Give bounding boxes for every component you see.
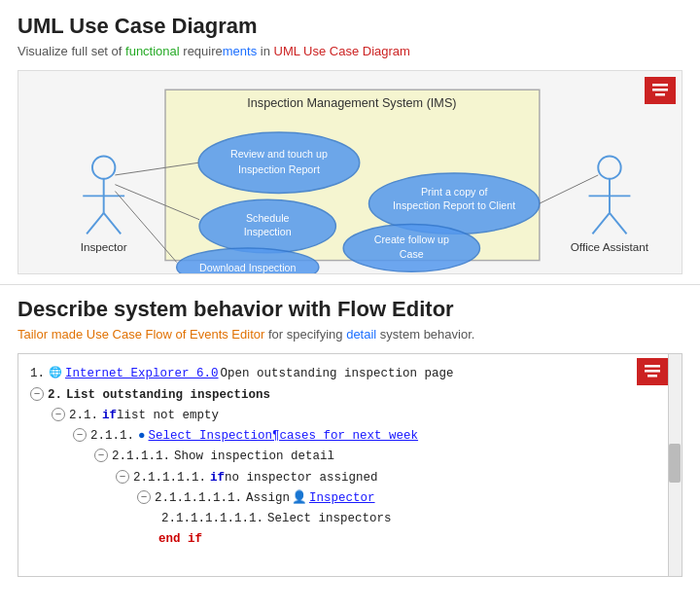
svg-rect-37 — [648, 375, 657, 378]
keyword-if-2: if — [210, 468, 225, 488]
keyword-if-1: if — [102, 406, 117, 426]
ie-icon: 🌐 — [49, 364, 62, 382]
flow-line-2-1-1-1-1: − 2.1.1.1.1. if no inspector assigned — [116, 468, 674, 488]
collapse-btn-2-1-1-1-1[interactable]: − — [116, 470, 129, 484]
svg-point-11 — [598, 157, 620, 179]
select-inspection-link[interactable]: Select Inspection¶cases for next week — [149, 426, 419, 447]
scrollbar-track[interactable] — [668, 354, 682, 576]
flow-num-2-1-1-1-1-1: 2.1.1.1.1.1. — [155, 488, 242, 509]
collapse-btn-2-1-1[interactable]: − — [73, 428, 87, 442]
uml-section: UML Use Case Diagram Visualize full set … — [0, 0, 700, 284]
svg-text:Inspection Report: Inspection Report — [238, 163, 320, 175]
svg-line-9 — [104, 213, 122, 234]
svg-line-8 — [87, 213, 104, 234]
toolbar-button[interactable] — [645, 77, 676, 104]
flow-editor-container: 1. 🌐 Internet Explorer 6.0 Open outstand… — [18, 353, 682, 577]
keyword-end-if: end if — [158, 529, 202, 550]
flow-toolbar-button[interactable] — [637, 358, 668, 385]
flow-text-1: Open outstanding inspection page — [221, 364, 454, 384]
flow-num-2: 2. — [48, 385, 62, 406]
flow-subtitle: Tailor made Use Case Flow of Events Edit… — [18, 326, 682, 343]
svg-rect-36 — [645, 370, 660, 373]
flow-num-1: 1. — [30, 364, 45, 384]
uml-title: UML Use Case Diagram — [18, 14, 682, 39]
bullet-icon: ● — [138, 426, 146, 447]
svg-line-14 — [592, 213, 610, 234]
subtitle-ments: ments — [223, 44, 257, 58]
flow-line-end-if: end if — [158, 529, 674, 550]
svg-text:Create follow up: Create follow up — [374, 234, 449, 245]
uml-subtitle: Visualize full set of functional require… — [18, 43, 682, 60]
svg-text:Schedule: Schedule — [246, 212, 290, 224]
svg-text:Print a copy of: Print a copy of — [421, 187, 487, 198]
svg-text:Inspector: Inspector — [81, 240, 127, 253]
ie-link[interactable]: Internet Explorer 6.0 — [65, 364, 219, 384]
collapse-btn-2-1-1-1[interactable]: − — [94, 449, 108, 462]
person-icon: 👤 — [292, 488, 307, 509]
toolbar-icon — [650, 81, 670, 100]
collapse-btn-2-1-1-1-1-1[interactable]: − — [137, 490, 151, 504]
flow-section: Describe system behavior with Flow Edito… — [0, 285, 700, 587]
inspector-link[interactable]: Inspector — [309, 488, 375, 509]
flow-toolbar-icon — [643, 362, 662, 381]
flow-content: 1. 🌐 Internet Explorer 6.0 Open outstand… — [18, 354, 682, 559]
flow-num-2-1-1-1: 2.1.1.1. — [112, 447, 170, 467]
flow-line-2-1-1-1-1-1: − 2.1.1.1.1.1. Assign 👤 Inspector — [137, 488, 674, 509]
assign-text: Assign — [246, 488, 290, 509]
flow-line-2-1-1: − 2.1.1. ● Select Inspection¶cases for n… — [73, 426, 674, 447]
svg-line-34 — [540, 175, 598, 203]
svg-rect-1 — [652, 89, 668, 91]
flow-text-2-1: list not empty — [117, 406, 219, 426]
svg-text:Download Inspection: Download Inspection — [199, 262, 296, 273]
flow-line-2-1: − 2.1. if list not empty — [52, 406, 674, 426]
svg-text:Review and touch up: Review and touch up — [230, 149, 328, 161]
subtitle-uml: UML Use Case Diagram — [274, 44, 410, 58]
subtitle-functional: functional — [125, 44, 180, 58]
svg-text:Inspection Report to Client: Inspection Report to Client — [393, 199, 515, 211]
uml-diagram-container: Inspection Management System (IMS) Inspe… — [18, 70, 682, 274]
collapse-btn-2-1[interactable]: − — [52, 408, 65, 421]
svg-text:Inspection: Inspection — [244, 226, 292, 237]
flow-num-2-1-1-1-1-1-1: 2.1.1.1.1.1.1. — [161, 509, 263, 529]
subtitle-tailor: Tailor made Use Case Flow of Events Edit… — [18, 327, 264, 342]
svg-text:Inspection Management System (: Inspection Management System (IMS) — [247, 96, 456, 110]
flow-line-2: − 2. List outstanding inspections — [30, 385, 674, 406]
svg-rect-2 — [655, 93, 665, 96]
flow-line-1: 1. 🌐 Internet Explorer 6.0 Open outstand… — [30, 364, 674, 384]
svg-rect-35 — [645, 365, 660, 368]
svg-point-5 — [92, 157, 115, 179]
svg-line-15 — [610, 213, 627, 234]
flow-num-2-1: 2.1. — [69, 406, 98, 426]
flow-text-2: List outstanding inspections — [66, 385, 270, 406]
flow-num-2-1-1: 2.1.1. — [90, 426, 134, 447]
flow-text-2-1-1-1: Show inspection detail — [174, 447, 334, 467]
uml-svg: Inspection Management System (IMS) Inspe… — [18, 71, 682, 273]
svg-rect-0 — [652, 84, 668, 87]
svg-text:Office Assistant: Office Assistant — [571, 240, 649, 253]
flow-line-2-1-1-1: − 2.1.1.1. Show inspection detail — [94, 447, 674, 467]
subtitle-detail: detail — [346, 327, 376, 342]
flow-num-2-1-1-1-1: 2.1.1.1.1. — [133, 468, 206, 488]
flow-text-2-1-1-1-1: no inspector assigned — [225, 468, 378, 488]
collapse-btn-2[interactable]: − — [30, 387, 44, 401]
flow-title: Describe system behavior with Flow Edito… — [18, 297, 682, 322]
scrollbar-thumb[interactable] — [669, 444, 681, 483]
flow-line-2-1-1-1-1-1-1: 2.1.1.1.1.1.1. Select inspectors — [161, 509, 674, 529]
flow-text-select: Select inspectors — [267, 509, 392, 529]
svg-text:Case: Case — [400, 248, 424, 260]
